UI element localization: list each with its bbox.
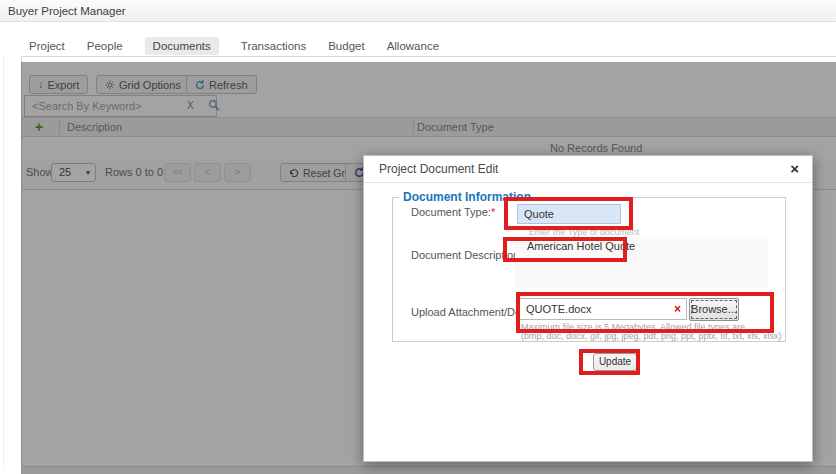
page-left-border	[3, 56, 4, 466]
tab-allowance[interactable]: Allowance	[387, 37, 439, 55]
dialog-titlebar: Project Document Edit ×	[364, 156, 812, 183]
annotation-box-description	[503, 237, 627, 262]
window-title: Buyer Project Manager	[8, 0, 126, 22]
tab-project[interactable]: Project	[29, 37, 65, 55]
annotation-box-document-type	[504, 197, 633, 230]
annotation-box-upload	[516, 292, 774, 333]
window-titlebar: Buyer Project Manager	[0, 0, 836, 22]
annotation-box-update	[579, 349, 640, 375]
tab-bar: Project People Documents Transactions Bu…	[29, 36, 439, 56]
close-icon[interactable]: ×	[790, 156, 799, 182]
tab-budget[interactable]: Budget	[328, 37, 364, 55]
app-window: Buyer Project Manager Project People Doc…	[0, 0, 836, 474]
project-document-edit-dialog: Project Document Edit × Document Informa…	[363, 155, 813, 462]
tab-people[interactable]: People	[87, 37, 123, 55]
document-type-label: Document Type:*	[411, 206, 495, 218]
document-type-label-text: Document Type:	[411, 206, 491, 218]
tab-documents[interactable]: Documents	[145, 37, 219, 55]
tab-transactions[interactable]: Transactions	[241, 37, 306, 55]
required-asterisk: *	[491, 206, 495, 218]
dialog-title: Project Document Edit	[379, 156, 498, 183]
